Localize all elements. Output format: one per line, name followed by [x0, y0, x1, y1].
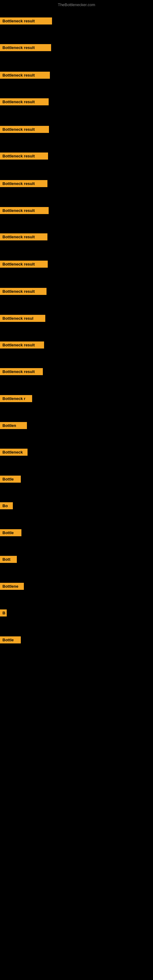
- bottleneck-badge-1: Bottleneck result: [0, 18, 52, 24]
- bottleneck-badge-21: Bott: [0, 556, 17, 563]
- bottleneck-badge-8: Bottleneck result: [0, 207, 49, 214]
- bottleneck-badge-4: Bottleneck result: [0, 98, 49, 105]
- bottleneck-badge-3: Bottleneck result: [0, 72, 50, 79]
- bottleneck-badge-17: Bottleneck: [0, 449, 27, 456]
- bottleneck-badge-15: Bottleneck r: [0, 395, 32, 402]
- bottleneck-badge-9: Bottleneck result: [0, 233, 48, 240]
- bottleneck-badge-2: Bottleneck result: [0, 44, 51, 51]
- bottleneck-badge-6: Bottleneck result: [0, 153, 48, 159]
- bottleneck-badge-19: Bo: [0, 502, 13, 509]
- bottleneck-badge-7: Bottleneck result: [0, 180, 48, 187]
- bottleneck-badge-14: Bottleneck result: [0, 368, 43, 375]
- bottleneck-badge-5: Bottleneck result: [0, 126, 49, 133]
- bottleneck-badge-23: B: [0, 609, 7, 616]
- bottleneck-badge-11: Bottleneck result: [0, 288, 46, 295]
- bottleneck-badge-10: Bottleneck result: [0, 261, 48, 268]
- bottleneck-badge-16: Bottlen: [0, 422, 27, 429]
- bottleneck-badge-13: Bottleneck result: [0, 342, 44, 348]
- bottleneck-badge-20: Bottle: [0, 529, 21, 536]
- bottleneck-badge-12: Bottleneck resul: [0, 315, 45, 322]
- site-title: TheBottlenecker.com: [0, 2, 153, 7]
- bottleneck-badge-22: Bottlene: [0, 583, 24, 590]
- bottleneck-badge-24: Bottle: [0, 636, 21, 643]
- bottleneck-badge-18: Bottle: [0, 476, 21, 483]
